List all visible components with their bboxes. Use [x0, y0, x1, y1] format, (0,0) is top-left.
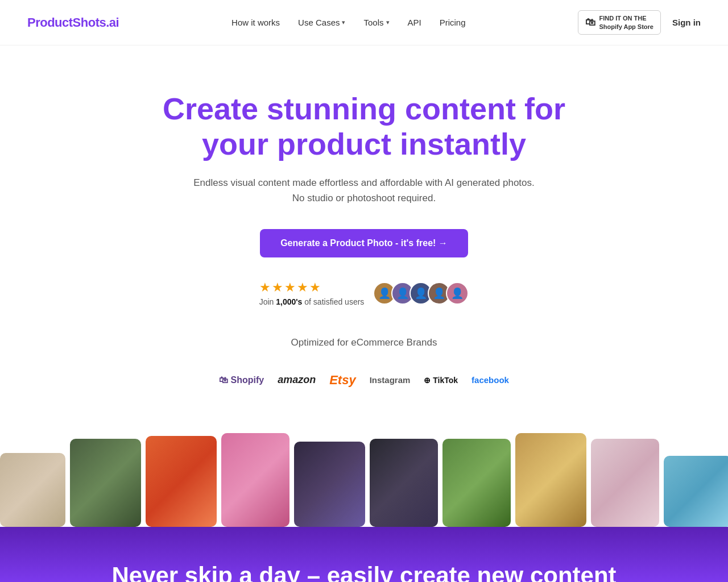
nav-item-how-it-works[interactable]: How it works	[231, 18, 280, 27]
product-image-card	[370, 439, 438, 527]
stars-and-text: ★★★★★ Join 1,000's of satisfied users	[259, 280, 365, 306]
images-row	[0, 433, 728, 527]
ecommerce-label: Optimized for eCommerce Brands	[188, 335, 540, 350]
hero-heading: Create stunning content for your product…	[136, 91, 592, 161]
instagram-logo: Instagram	[370, 375, 411, 385]
user-avatars: 👤 👤 👤 👤 👤	[373, 282, 469, 305]
nav-right: 🛍 FIND IT ON THE Shopify App Store Sign …	[578, 10, 701, 35]
star-rating: ★★★★★	[259, 280, 322, 295]
nav-link-tools[interactable]: Tools ▾	[363, 18, 389, 27]
product-image-card	[515, 433, 586, 527]
bottom-section: Never skip a day – easily create new con…	[0, 527, 728, 582]
shopify-badge-text: FIND IT ON THE Shopify App Store	[599, 14, 653, 31]
product-image-card	[0, 453, 65, 527]
cta-button[interactable]: Generate a Product Photo - it's free! →	[260, 229, 468, 257]
product-image-card	[70, 439, 141, 527]
nav-link-use-cases[interactable]: Use Cases ▾	[298, 18, 345, 27]
nav-links: How it works Use Cases ▾ Tools ▾ API Pri…	[231, 18, 465, 27]
nav-link-api[interactable]: API	[408, 18, 421, 27]
join-text: Join 1,000's of satisfied users	[259, 297, 365, 306]
product-image-card	[664, 456, 728, 527]
social-proof: ★★★★★ Join 1,000's of satisfied users 👤 …	[23, 280, 705, 306]
nav-link-pricing[interactable]: Pricing	[440, 18, 466, 27]
shopify-app-store-badge[interactable]: 🛍 FIND IT ON THE Shopify App Store	[578, 10, 661, 35]
bottom-heading: Never skip a day – easily create new con…	[23, 561, 705, 582]
nav-item-api[interactable]: API	[408, 18, 421, 27]
product-image-card	[294, 442, 365, 527]
product-image-card	[442, 439, 511, 527]
hero-section: Create stunning content for your product…	[0, 45, 728, 433]
sign-in-link[interactable]: Sign in	[672, 18, 701, 27]
navbar: ProductShots.ai How it works Use Cases ▾…	[0, 0, 728, 45]
facebook-logo: facebook	[471, 375, 509, 385]
logo[interactable]: ProductShots.ai	[27, 15, 119, 30]
nav-link-how-it-works[interactable]: How it works	[231, 18, 280, 27]
shopify-logo: 🛍 Shopify	[219, 375, 264, 385]
amazon-logo: amazon	[278, 374, 316, 386]
nav-item-use-cases[interactable]: Use Cases ▾	[298, 18, 345, 27]
ecommerce-section: Optimized for eCommerce Brands 🛍 Shopify…	[23, 335, 705, 388]
product-image-card	[146, 436, 217, 527]
chevron-down-icon: ▾	[342, 19, 345, 26]
nav-item-pricing[interactable]: Pricing	[440, 18, 466, 27]
hero-subheading: Endless visual content made effortless a…	[188, 175, 540, 206]
shopify-bag-icon: 🛍	[585, 16, 595, 29]
bottom-line1: Never skip a day –	[111, 562, 326, 582]
tiktok-logo: ⊕ TikTok	[424, 376, 458, 385]
brand-logos: 🛍 Shopify amazon Etsy Instagram ⊕ TikTok…	[23, 373, 705, 388]
user-count: 1,000's	[276, 297, 302, 306]
product-images-strip	[0, 433, 728, 527]
nav-item-tools[interactable]: Tools ▾	[363, 18, 389, 27]
bottom-link[interactable]: easily create new content	[327, 562, 617, 582]
product-image-card	[221, 433, 289, 527]
etsy-logo: Etsy	[329, 373, 355, 388]
avatar: 👤	[446, 282, 469, 305]
chevron-down-icon: ▾	[386, 19, 390, 26]
product-image-card	[591, 439, 659, 527]
